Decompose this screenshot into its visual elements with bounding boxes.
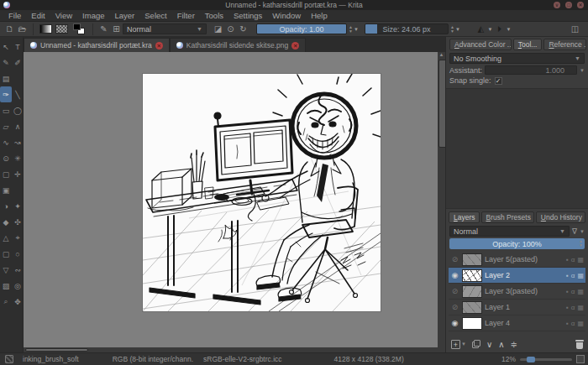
- rectangular-selection-tool-icon[interactable]: ▢: [0, 246, 12, 262]
- elliptical-selection-tool-icon[interactable]: ○: [12, 246, 24, 262]
- brush-presets-icon[interactable]: ⊞: [110, 24, 123, 34]
- preserve-alpha-icon[interactable]: ⊙: [224, 24, 237, 34]
- mirror-vertical-icon[interactable]: ⏵: [493, 24, 506, 34]
- select-shapes-tool-icon[interactable]: ↖: [0, 39, 12, 55]
- move-layer-up-button[interactable]: ∧: [498, 340, 504, 349]
- menu-filter[interactable]: Filter: [172, 11, 200, 20]
- layer-style-icon[interactable]: ▦: [577, 256, 584, 263]
- pattern-edit-tool-icon[interactable]: ▤: [0, 70, 12, 86]
- bezier-curve-tool-icon[interactable]: ∿: [0, 134, 12, 150]
- open-document-icon[interactable]: 🗁: [16, 24, 29, 34]
- layer-style-icon[interactable]: ▦: [577, 320, 584, 327]
- tab-undo-history[interactable]: Undo History: [536, 211, 585, 223]
- menu-file[interactable]: File: [3, 11, 26, 20]
- assistants-tool-icon[interactable]: △: [0, 230, 12, 246]
- menu-select[interactable]: Select: [139, 11, 171, 20]
- mirror-horizontal-caret-icon[interactable]: ▼: [487, 27, 493, 32]
- opacity-spinner[interactable]: ▲▼: [579, 239, 583, 248]
- gradient-tool-icon[interactable]: ◑: [0, 198, 12, 214]
- alpha-lock-icon[interactable]: α: [571, 288, 575, 295]
- opacity-slider[interactable]: Opacity: 1.00: [256, 23, 347, 34]
- color-sampler-tool-icon[interactable]: ✦: [12, 198, 24, 214]
- polygon-tool-icon[interactable]: ▱: [0, 118, 12, 134]
- tab-advanced-color[interactable]: Advanced Color ...: [449, 39, 512, 50]
- mirror-vertical-caret-icon[interactable]: ▼: [506, 27, 512, 32]
- lock-icon[interactable]: ▪: [566, 256, 569, 263]
- scroll-up-icon[interactable]: ▲: [438, 52, 445, 57]
- layer-row[interactable]: ⊘Layer 5(pasted)▪α▦: [449, 252, 585, 268]
- assistant-magnetism-field[interactable]: 1.000: [485, 65, 577, 75]
- text-tool-icon[interactable]: T: [12, 39, 24, 55]
- lock-icon[interactable]: ▪: [566, 272, 569, 279]
- close-button[interactable]: ✕: [577, 2, 584, 8]
- freehand-selection-tool-icon[interactable]: ∾: [12, 262, 24, 278]
- calligraphy-tool-icon[interactable]: ✐: [12, 55, 24, 70]
- tab-layers[interactable]: Layers: [449, 211, 480, 223]
- layer-visibility-icon[interactable]: ⊘: [450, 255, 459, 263]
- canvas-viewport[interactable]: ▲: [24, 52, 445, 347]
- minimize-button[interactable]: ∨: [554, 2, 560, 8]
- canvas-only-mode-icon[interactable]: [576, 355, 585, 363]
- layer-row[interactable]: ⊘Layer 3(pasted)▪α▦: [449, 284, 585, 300]
- alpha-lock-icon[interactable]: α: [571, 256, 575, 263]
- vertical-scrollbar[interactable]: ▲: [438, 52, 445, 347]
- chevron-down-icon[interactable]: ▼: [580, 68, 585, 73]
- move-tool-icon[interactable]: ✛: [12, 166, 24, 182]
- horizontal-scroll-thumb[interactable]: [25, 348, 88, 352]
- layer-blending-mode-select[interactable]: Normal ▼: [449, 226, 570, 237]
- layer-row[interactable]: ◉Layer 2▪α▦: [449, 268, 585, 284]
- polyline-tool-icon[interactable]: ∧: [12, 118, 24, 134]
- vertical-scroll-thumb[interactable]: [438, 60, 445, 148]
- menu-tools[interactable]: Tools: [200, 11, 228, 20]
- multibrush-tool-icon[interactable]: ✳: [12, 150, 24, 166]
- zoom-level[interactable]: 12%: [501, 355, 516, 363]
- tab-close-icon[interactable]: ✕: [291, 42, 299, 50]
- tab-reference[interactable]: Reference ...: [543, 39, 586, 50]
- move-layer-down-button[interactable]: ∨: [486, 340, 492, 349]
- current-brush-preset[interactable]: inking_brush_soft: [18, 355, 84, 363]
- transform-tool-icon[interactable]: ▢: [0, 166, 12, 182]
- lock-icon[interactable]: ▪: [566, 304, 569, 311]
- layer-style-icon[interactable]: ▦: [577, 288, 584, 295]
- alpha-lock-icon[interactable]: α: [571, 272, 575, 279]
- brush-editor-icon[interactable]: ✎: [97, 24, 110, 34]
- reload-preset-icon[interactable]: ↻: [237, 24, 249, 34]
- polygonal-selection-tool-icon[interactable]: ▽: [0, 262, 12, 278]
- workspace-chooser-icon[interactable]: ◫: [569, 24, 581, 34]
- duplicate-layer-button[interactable]: [472, 340, 480, 348]
- foreground-background-colors[interactable]: [73, 23, 85, 34]
- title-bar[interactable]: Unnamed - katharsisdrill portæt.kra — Kr…: [0, 0, 588, 10]
- ellipse-tool-icon[interactable]: ◯: [12, 102, 24, 118]
- new-document-icon[interactable]: 🗋: [3, 24, 16, 34]
- document-tab-2[interactable]: Katharsisdrill sidende skitse.png ✕: [170, 38, 306, 52]
- maximize-button[interactable]: □: [565, 2, 572, 8]
- lock-icon[interactable]: ▪: [566, 320, 569, 327]
- canvas-document[interactable]: [143, 74, 381, 311]
- zoom-slider-thumb[interactable]: [527, 357, 535, 362]
- alpha-lock-icon[interactable]: α: [571, 320, 575, 327]
- layer-visibility-icon[interactable]: ◉: [450, 319, 459, 327]
- smart-patch-tool-icon[interactable]: ✣: [12, 214, 24, 230]
- zoom-slider[interactable]: [520, 358, 572, 361]
- menu-image[interactable]: Image: [77, 11, 109, 20]
- tab-close-icon[interactable]: ✕: [155, 42, 163, 50]
- edit-shapes-tool-icon[interactable]: ✎: [0, 55, 12, 70]
- pan-tool-icon[interactable]: ✥: [12, 294, 24, 310]
- layer-properties-button[interactable]: ≑: [511, 340, 517, 349]
- snap-single-checkbox[interactable]: ✓: [495, 77, 502, 85]
- add-layer-button[interactable]: +▼: [451, 340, 466, 349]
- lock-icon[interactable]: ▪: [566, 288, 569, 295]
- layer-opacity-slider[interactable]: Opacity: 100% ▲▼: [449, 238, 585, 249]
- fill-tool-icon[interactable]: ◆: [0, 214, 12, 230]
- magnetic-selection-tool-icon[interactable]: ◎: [12, 278, 24, 294]
- layer-style-icon[interactable]: ▦: [577, 304, 584, 311]
- line-tool-icon[interactable]: ╲: [12, 86, 24, 102]
- size-slider[interactable]: Size: 24.06 px: [365, 23, 449, 34]
- eraser-mode-icon[interactable]: ◪: [212, 24, 224, 34]
- rectangle-tool-icon[interactable]: ▭: [0, 102, 12, 118]
- mirror-horizontal-icon[interactable]: ◭: [475, 24, 487, 34]
- pattern-chooser[interactable]: [55, 24, 68, 34]
- menu-settings[interactable]: Settings: [228, 11, 267, 20]
- menu-edit[interactable]: Edit: [26, 11, 50, 20]
- crop-tool-icon[interactable]: ▣: [0, 182, 12, 198]
